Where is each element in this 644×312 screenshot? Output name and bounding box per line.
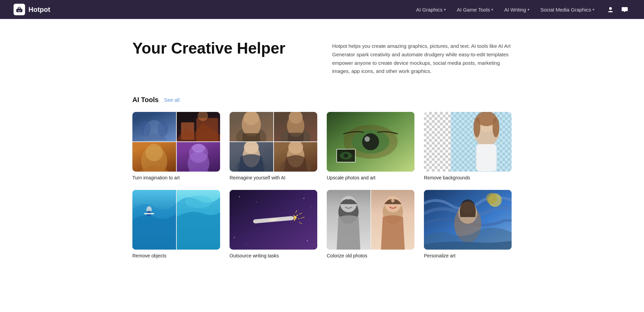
chevron-down-icon: ▾ [528, 7, 530, 12]
tool-card-reimagine[interactable]: Reimagine yourself with AI [230, 112, 317, 180]
tool-card-remove-bg[interactable]: Remove backgrounds [424, 112, 512, 180]
hero-title: Your Creative Helper [132, 39, 312, 57]
user-icon[interactable] [605, 4, 616, 15]
logo[interactable]: Hotpot [14, 4, 50, 15]
svg-rect-24 [288, 133, 303, 142]
svg-point-64 [297, 215, 298, 216]
svg-point-65 [298, 218, 299, 219]
tool-label-upscale: Upscale photos and art [327, 175, 414, 180]
svg-point-7 [140, 121, 151, 137]
tool-img-upscale [327, 112, 414, 172]
svg-point-3 [20, 10, 20, 11]
logo-icon [14, 4, 25, 15]
logo-text: Hotpot [28, 6, 50, 14]
img-cell [177, 142, 220, 172]
nav-user-icons [605, 4, 630, 15]
chat-icon[interactable] [619, 4, 630, 15]
hotpot-icon [15, 5, 23, 14]
see-all-link[interactable]: See all [164, 97, 179, 103]
nav-ai-writing[interactable]: AI Writing ▾ [499, 4, 534, 15]
chevron-down-icon: ▾ [593, 7, 595, 12]
nav-links: AI Graphics ▾ AI Game Tools ▾ AI Writing… [411, 4, 599, 15]
svg-point-2 [18, 10, 19, 11]
svg-point-75 [246, 244, 246, 245]
tool-img-remove-bg [424, 112, 512, 172]
nav-ai-graphics[interactable]: AI Graphics ▾ [411, 4, 451, 15]
svg-point-8 [158, 121, 168, 137]
hero-description: Hotpot helps you create amazing graphics… [332, 42, 512, 76]
upscale-visual [327, 112, 414, 172]
img-cell [274, 142, 318, 172]
main-content: Your Creative Helper Hotpot helps you cr… [119, 19, 525, 279]
svg-point-74 [234, 237, 235, 238]
img-cell [177, 190, 220, 250]
tools-heading: AI Tools [132, 96, 158, 104]
colorize-visual [327, 190, 414, 250]
svg-point-70 [239, 196, 240, 197]
svg-point-76 [307, 240, 308, 241]
svg-point-36 [364, 136, 370, 142]
svg-point-72 [303, 198, 304, 199]
svg-point-39 [344, 154, 348, 158]
svg-point-80 [340, 196, 357, 212]
svg-point-4 [609, 7, 612, 10]
svg-point-49 [474, 117, 480, 137]
svg-point-63 [295, 216, 297, 218]
img-cell [230, 112, 273, 141]
img-cell [132, 190, 176, 250]
hero-right: Hotpot helps you create amazing graphics… [332, 39, 512, 76]
img-cell [177, 112, 220, 141]
img-cell [327, 190, 370, 250]
tool-img-imagination [132, 112, 220, 172]
tool-label-writing: Outsource writing tasks [230, 253, 317, 258]
nav-social-media[interactable]: Social Media Graphics ▾ [536, 4, 599, 15]
img-cell [230, 142, 273, 172]
svg-point-16 [192, 144, 205, 153]
tool-label-imagination: Turn imagination to art [132, 175, 220, 180]
tool-label-remove-bg: Remove backgrounds [424, 175, 512, 180]
svg-rect-0 [16, 9, 22, 12]
tool-img-remove-obj [132, 190, 220, 250]
img-cell [132, 112, 176, 141]
tools-grid: Turn imagination to art [132, 112, 512, 258]
tool-card-colorize[interactable]: Colorize old photos [327, 190, 414, 258]
svg-point-13 [146, 144, 163, 161]
nav-ai-game-tools[interactable]: AI Game Tools ▾ [452, 4, 498, 15]
img-cell [274, 112, 318, 141]
tool-card-imagination[interactable]: Turn imagination to art [132, 112, 220, 180]
tool-card-writing[interactable]: Outsource writing tasks [230, 190, 317, 258]
img-cell [132, 142, 176, 172]
tool-label-remove-obj: Remove objects [132, 253, 220, 258]
svg-point-71 [256, 201, 257, 202]
tool-card-personalize[interactable]: Personalize art [424, 190, 512, 258]
svg-point-58 [185, 196, 212, 208]
tools-section-header: AI Tools See all [132, 96, 512, 104]
writing-visual [230, 190, 317, 250]
svg-point-87 [486, 193, 497, 204]
tool-img-writing [230, 190, 317, 250]
img-cell [371, 190, 415, 250]
hero-left: Your Creative Helper [132, 39, 312, 57]
tool-label-personalize: Personalize art [424, 253, 512, 258]
navbar: Hotpot AI Graphics ▾ AI Game Tools ▾ AI … [0, 0, 644, 19]
svg-rect-51 [476, 144, 497, 171]
chevron-down-icon: ▾ [444, 7, 446, 12]
tool-card-remove-obj[interactable]: Remove objects [132, 190, 220, 258]
tool-img-colorize [327, 190, 414, 250]
svg-point-84 [391, 199, 394, 202]
personalize-visual [424, 190, 512, 250]
svg-rect-20 [243, 133, 260, 141]
tool-label-reimagine: Reimagine yourself with AI [230, 175, 317, 180]
svg-point-50 [493, 117, 499, 137]
hero-section: Your Creative Helper Hotpot helps you cr… [132, 39, 512, 76]
tool-label-colorize: Colorize old photos [327, 253, 414, 258]
chevron-down-icon: ▾ [491, 7, 493, 12]
remove-bg-visual [424, 112, 512, 172]
remove-obj-visual [132, 190, 220, 250]
svg-point-35 [362, 133, 379, 150]
svg-rect-1 [18, 8, 21, 9]
tool-img-personalize [424, 190, 512, 250]
tool-card-upscale[interactable]: Upscale photos and art [327, 112, 414, 180]
tool-img-reimagine [230, 112, 317, 172]
svg-point-73 [310, 207, 311, 207]
